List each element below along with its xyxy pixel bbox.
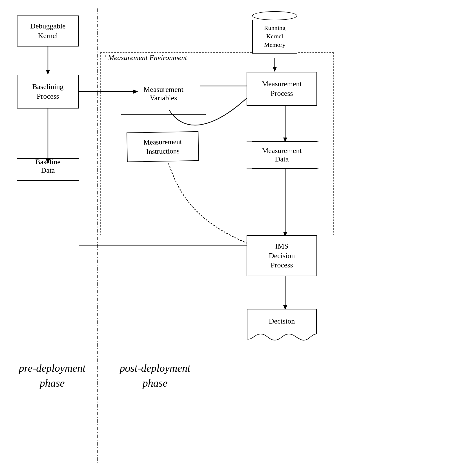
baselining-process-box: Baselining Process — [17, 75, 79, 109]
measurement-variables-area: MeasurementVariables — [121, 73, 206, 115]
cylinder-body: RunningKernelMemory — [252, 20, 297, 54]
measurement-instructions-box: MeasurementInstructions — [127, 131, 199, 162]
measurement-data-area: MeasurementData — [247, 141, 317, 169]
svg-marker-2 — [46, 70, 50, 75]
pre-deployment-label: pre-deploymentphase — [8, 361, 96, 391]
diagram-container: Debuggable Kernel Baselining Process ‘ M… — [0, 0, 454, 476]
post-deployment-label: post-deploymentphase — [101, 361, 209, 391]
cylinder-top — [252, 11, 297, 20]
ims-decision-process-box: IMSDecisionProcess — [247, 235, 317, 276]
measurement-environment-label: ‘ Measurement Environment — [104, 54, 187, 62]
baseline-data-label: BaselineData — [8, 158, 87, 175]
decision-box: Decision — [247, 309, 317, 341]
debuggable-kernel-box: Debuggable Kernel — [17, 16, 79, 47]
measurement-process-box: MeasurementProcess — [247, 72, 317, 106]
running-kernel-memory-cylinder: RunningKernelMemory — [252, 11, 297, 54]
